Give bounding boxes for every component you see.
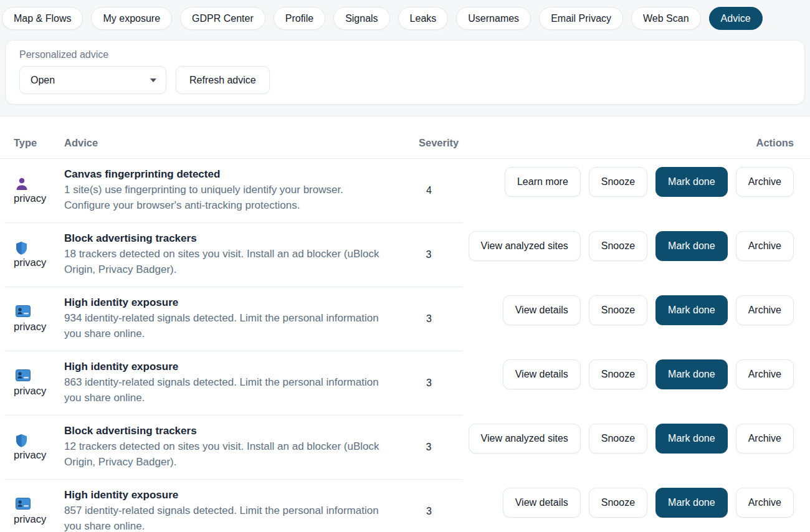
actions-cell: View analyzed sites Snooze Mark done Arc… [462,223,810,287]
column-header-severity: Severity [419,137,462,149]
snooze-button[interactable]: Snooze [589,167,647,197]
advice-title: High identity exposure [64,361,419,373]
type-label: privacy [14,192,64,204]
shield-icon [16,434,64,447]
snooze-button[interactable]: Snooze [589,359,647,389]
advice-description: 857 identity-related signals detected. L… [64,503,388,532]
mark-done-button[interactable]: Mark done [655,359,728,389]
type-cell: privacy [14,296,64,342]
advice-row: privacy Block advertising trackers 12 tr… [0,416,810,480]
type-label: privacy [14,257,64,268]
advice-cell: High identity exposure 857 identity-rela… [64,488,419,532]
type-label: privacy [14,385,64,397]
filter-controls: Open Refresh advice [19,66,796,94]
advice-cell: High identity exposure 863 identity-rela… [64,360,419,406]
column-header-actions: Actions [756,137,794,149]
advice-description: 12 trackers detected on sites you visit.… [64,439,388,470]
severity-value: 3 [419,296,462,342]
snooze-button[interactable]: Snooze [589,488,647,518]
chevron-down-icon [150,78,156,82]
actions-cell: View details Snooze Mark done Archive [497,287,810,351]
tab-my-exposure[interactable]: My exposure [91,7,172,30]
column-header-advice: Advice [64,137,419,149]
type-cell: privacy [14,360,64,406]
advice-title: Canvas fingerprinting detected [64,168,419,181]
mark-done-button[interactable]: Mark done [655,167,728,197]
tab-usernames[interactable]: Usernames [456,7,531,30]
mark-done-button[interactable]: Mark done [655,231,728,261]
actions-cell: View details Snooze Mark done Archive [497,351,810,416]
view-details-button[interactable]: View details [503,295,581,325]
personalized-advice-card: Personalized advice Open Refresh advice [5,40,805,105]
snooze-button[interactable]: Snooze [589,231,647,261]
learn-more-button[interactable]: Learn more [505,167,581,197]
type-cell: privacy [14,168,64,214]
advice-description: 863 identity-related signals detected. L… [64,375,388,406]
view-analyzed-sites-button[interactable]: View analyzed sites [469,231,581,261]
advice-description: 18 trackers detected on sites you visit.… [64,247,388,277]
archive-button[interactable]: Archive [736,424,794,454]
archive-button[interactable]: Archive [736,295,794,325]
advice-title: High identity exposure [64,297,419,309]
actions-cell: View details Snooze Mark done Archive [497,480,810,532]
actions-cell: Learn more Snooze Mark done Archive [498,159,810,223]
advice-row: privacy Block advertising trackers 18 tr… [0,223,810,287]
shield-icon [16,241,64,255]
view-details-button[interactable]: View details [503,488,581,518]
archive-button[interactable]: Archive [736,167,794,197]
column-header-type: Type [14,137,64,149]
mark-done-button[interactable]: Mark done [655,295,728,325]
type-label: privacy [14,321,64,333]
advice-table: Type Advice Severity Actions privacy Can… [0,116,810,532]
snooze-button[interactable]: Snooze [589,424,647,454]
advice-description: 934 identity-related signals detected. L… [64,311,388,341]
advice-title: Block advertising trackers [64,425,419,437]
advice-row: privacy High identity exposure 857 ident… [0,480,810,532]
archive-button[interactable]: Archive [736,231,794,261]
top-tab-bar: Map & Flows My exposure GDPR Center Prof… [0,0,810,30]
tab-advice[interactable]: Advice [709,7,763,30]
tab-map-flows[interactable]: Map & Flows [2,7,83,30]
advice-description: 1 site(s) use fingerprinting to uniquely… [64,183,388,213]
tab-email-privacy[interactable]: Email Privacy [539,7,623,30]
view-details-button[interactable]: View details [503,359,581,389]
snooze-button[interactable]: Snooze [589,295,647,325]
advice-cell: Canvas fingerprinting detected 1 site(s)… [64,168,419,214]
id-card-icon [16,498,64,511]
severity-value: 3 [419,424,462,470]
severity-value: 3 [419,488,462,532]
tab-leaks[interactable]: Leaks [398,7,449,30]
view-analyzed-sites-button[interactable]: View analyzed sites [469,424,581,454]
tab-web-scan[interactable]: Web Scan [631,7,701,30]
advice-row: privacy High identity exposure 934 ident… [0,287,810,351]
severity-value: 4 [419,168,462,214]
advice-title: High identity exposure [64,489,419,501]
advice-row: privacy High identity exposure 863 ident… [0,351,810,416]
refresh-advice-button[interactable]: Refresh advice [176,66,270,94]
advice-title: Block advertising trackers [64,232,419,245]
type-label: privacy [14,513,64,525]
tab-profile[interactable]: Profile [274,7,325,30]
tab-signals[interactable]: Signals [333,7,389,30]
mark-done-button[interactable]: Mark done [655,488,728,518]
type-label: privacy [14,449,64,461]
personalized-advice-label: Personalized advice [19,49,796,60]
type-cell: privacy [14,232,64,278]
archive-button[interactable]: Archive [736,359,794,389]
status-filter-value: Open [31,75,55,86]
advice-cell: High identity exposure 934 identity-rela… [64,296,419,342]
severity-value: 3 [419,360,462,406]
person-icon [16,177,64,191]
tab-gdpr-center[interactable]: GDPR Center [180,7,265,30]
advice-table-header: Type Advice Severity Actions [0,116,810,159]
type-cell: privacy [14,488,64,532]
advice-cell: Block advertising trackers 18 trackers d… [64,232,419,278]
mark-done-button[interactable]: Mark done [655,424,728,454]
severity-value: 3 [419,232,462,278]
actions-cell: View analyzed sites Snooze Mark done Arc… [462,416,810,480]
id-card-icon [16,369,64,383]
advice-row: privacy Canvas fingerprinting detected 1… [0,159,810,223]
advice-cell: Block advertising trackers 12 trackers d… [64,424,419,470]
status-filter-dropdown[interactable]: Open [19,66,166,94]
archive-button[interactable]: Archive [736,488,794,518]
